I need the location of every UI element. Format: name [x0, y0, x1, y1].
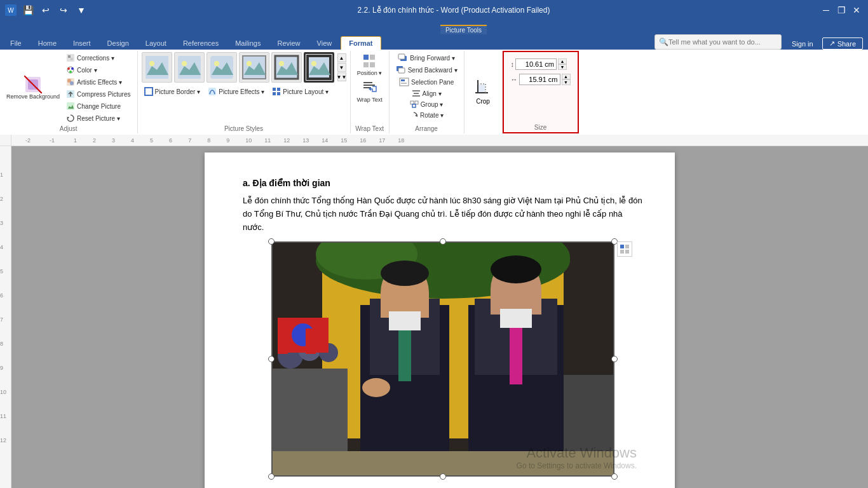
- width-row: ↔ ▲ ▼: [511, 74, 571, 85]
- customize-btn[interactable]: ▼: [75, 4, 88, 17]
- svg-rect-5: [71, 58, 73, 60]
- group-size: ↕ ▲ ▼ ↔ ▲ ▼ Size: [503, 51, 579, 133]
- width-down[interactable]: ▼: [562, 79, 571, 85]
- pic-style-5[interactable]: [271, 52, 302, 83]
- selection-pane-label: Selection Pane: [411, 79, 454, 86]
- tab-layout[interactable]: Layout: [138, 37, 174, 50]
- search-icon: 🔍: [659, 37, 668, 46]
- wrap-text-button[interactable]: Wrap Text: [355, 79, 385, 104]
- crop-content: Crop: [469, 52, 497, 131]
- tab-review[interactable]: Review: [270, 37, 308, 50]
- adjust-small-group: Corrections ▾ Color ▾ Artistic Effects ▾…: [64, 52, 133, 124]
- color-button[interactable]: Color ▾: [64, 64, 133, 76]
- picture-tools-area: Picture Tools: [0, 20, 868, 34]
- svg-point-22: [214, 61, 219, 66]
- sign-in-button[interactable]: Sign in: [788, 39, 817, 49]
- tab-file[interactable]: File: [3, 37, 29, 50]
- height-up[interactable]: ▲: [558, 58, 567, 64]
- svg-rect-39: [363, 82, 372, 83]
- remove-bg-label: Remove Background: [6, 93, 60, 100]
- search-input[interactable]: [668, 38, 777, 46]
- rotate-button[interactable]: Rotate ▾: [407, 110, 446, 120]
- crop-button[interactable]: Crop: [469, 76, 497, 107]
- scroll-up[interactable]: ▲: [337, 53, 346, 62]
- tab-references[interactable]: References: [175, 37, 226, 50]
- image-container[interactable]: [271, 241, 614, 477]
- bring-forward-label: Bring Forward ▾: [410, 55, 455, 62]
- width-input[interactable]: [519, 74, 560, 85]
- height-down[interactable]: ▼: [558, 64, 567, 70]
- corrections-button[interactable]: Corrections ▾: [64, 52, 133, 64]
- group-button[interactable]: Group ▾: [407, 99, 446, 109]
- svg-rect-46: [398, 68, 405, 73]
- compress-pictures-button[interactable]: Compress Pictures: [64, 88, 133, 100]
- handle-bottom-left[interactable]: [268, 473, 275, 480]
- picture-border-button[interactable]: Picture Border ▾: [142, 86, 203, 97]
- tab-insert[interactable]: Insert: [65, 37, 98, 50]
- tab-design[interactable]: Design: [100, 37, 137, 50]
- position-button[interactable]: Position ▾: [355, 52, 385, 78]
- picture-effects-label: Picture Effects ▾: [219, 88, 264, 95]
- width-up[interactable]: ▲: [562, 74, 571, 79]
- tab-format[interactable]: Format: [341, 36, 381, 50]
- pic-style-3[interactable]: [207, 52, 237, 83]
- adjust-label: Adjust: [60, 124, 78, 132]
- corrections-label: Corrections ▾: [77, 55, 114, 62]
- save-btn[interactable]: 💾: [22, 4, 34, 17]
- picture-layout-button[interactable]: Picture Layout ▾: [269, 86, 331, 97]
- picture-layout-label: Picture Layout ▾: [283, 88, 329, 95]
- document-page: a. Địa điểm thời gian Lễ đón chính thức …: [205, 152, 675, 488]
- handle-bottom-center[interactable]: [440, 473, 446, 480]
- artistic-effects-button[interactable]: Artistic Effects ▾: [64, 76, 133, 88]
- share-button[interactable]: ↗ Share: [822, 37, 863, 50]
- svg-rect-48: [401, 79, 405, 81]
- align-button[interactable]: Align ▾: [409, 88, 444, 98]
- send-backward-button[interactable]: Send Backward ▾: [393, 64, 460, 76]
- tab-mailings[interactable]: Mailings: [227, 37, 268, 50]
- width-spin: ▲ ▼: [562, 74, 571, 85]
- pic-style-2[interactable]: [174, 52, 205, 83]
- share-label: Share: [837, 40, 856, 48]
- pic-style-6[interactable]: [304, 52, 334, 83]
- scroll-more[interactable]: ▼▼: [337, 72, 346, 81]
- position-icon: [362, 53, 377, 70]
- remove-bg-icon: [24, 76, 42, 93]
- reset-picture-button[interactable]: Reset Picture ▾: [64, 112, 133, 124]
- minimize-btn[interactable]: ─: [820, 4, 832, 17]
- pic-style-4[interactable]: [239, 52, 269, 83]
- pic-style-1[interactable]: [142, 52, 172, 83]
- close-btn[interactable]: ✕: [850, 4, 863, 17]
- send-backward-label: Send Backward ▾: [408, 67, 458, 74]
- tab-view[interactable]: View: [309, 37, 340, 50]
- tab-home[interactable]: Home: [31, 37, 64, 50]
- svg-rect-49: [401, 83, 407, 84]
- svg-rect-34: [277, 92, 280, 95]
- ruler-horizontal: -2-1 12 34 56 78 910 1112 1314 1516 1718: [11, 135, 868, 146]
- redo-btn[interactable]: ↪: [57, 4, 70, 17]
- svg-rect-93: [620, 245, 624, 248]
- remove-background-button[interactable]: Remove Background: [4, 74, 62, 102]
- picture-effects-button[interactable]: Picture Effects ▾: [205, 86, 267, 97]
- scroll-down[interactable]: ▼: [337, 63, 346, 72]
- undo-btn[interactable]: ↩: [39, 4, 52, 17]
- svg-rect-37: [363, 62, 369, 67]
- document-scroll-area[interactable]: a. Địa điểm thời gian Lễ đón chính thức …: [11, 146, 868, 488]
- change-picture-button[interactable]: Change Picture: [64, 100, 133, 112]
- restore-btn[interactable]: ❐: [835, 4, 848, 17]
- title-bar-right: ─ ❐ ✕: [820, 4, 863, 17]
- height-input[interactable]: [515, 58, 557, 70]
- svg-rect-29: [145, 88, 153, 95]
- handle-bottom-right[interactable]: [611, 473, 618, 480]
- group-adjust: Remove Background Corrections ▾ Color ▾ …: [0, 51, 138, 133]
- svg-rect-33: [273, 92, 276, 95]
- handle-middle-right[interactable]: [611, 356, 618, 362]
- align-label: Align ▾: [423, 90, 442, 97]
- crop-label: Crop: [476, 98, 490, 105]
- layout-options-button[interactable]: [617, 241, 632, 257]
- svg-rect-96: [625, 250, 629, 254]
- selection-pane-button[interactable]: Selection Pane: [397, 76, 456, 88]
- svg-rect-55: [412, 104, 416, 107]
- svg-rect-4: [68, 55, 71, 58]
- bring-forward-button[interactable]: Bring Forward ▾: [395, 52, 458, 64]
- ruler-corner: [0, 135, 11, 146]
